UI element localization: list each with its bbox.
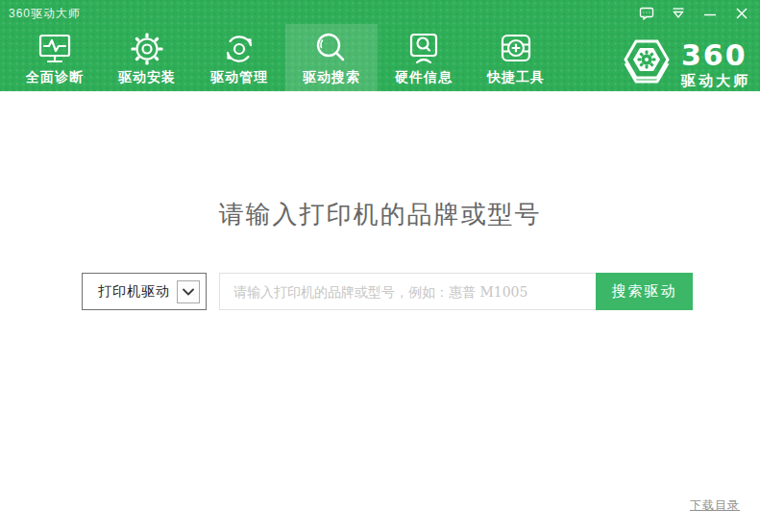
chevron-down-icon[interactable] bbox=[177, 280, 200, 303]
skin-menu-icon[interactable] bbox=[670, 6, 687, 21]
search-icon bbox=[312, 30, 351, 68]
tab-label: 驱动安装 bbox=[118, 69, 176, 86]
tab-driver-manage[interactable]: 驱动管理 bbox=[193, 24, 285, 91]
sync-refresh-icon bbox=[220, 30, 258, 68]
close-button[interactable] bbox=[733, 6, 750, 21]
tab-label: 驱动管理 bbox=[210, 69, 268, 86]
tab-quick-tools[interactable]: 快捷工具 bbox=[470, 24, 562, 91]
window-title: 360驱动大师 bbox=[9, 6, 81, 22]
main-nav: 全面诊断 bbox=[9, 24, 562, 91]
tab-label: 全面诊断 bbox=[26, 69, 84, 86]
search-driver-button[interactable]: 搜索驱动 bbox=[596, 273, 693, 310]
tab-label: 硬件信息 bbox=[395, 69, 453, 86]
header: 360驱动大师 bbox=[0, 0, 760, 91]
logo-product: 驱动大师 bbox=[681, 73, 750, 87]
toolbox-icon bbox=[497, 30, 535, 68]
logo-brand: 360 bbox=[681, 41, 750, 70]
app-logo: 360 驱动大师 bbox=[620, 35, 750, 94]
minimize-button[interactable] bbox=[701, 6, 719, 21]
category-select[interactable]: 打印机驱动 bbox=[82, 273, 207, 310]
tab-label: 驱动搜索 bbox=[303, 69, 360, 86]
diagnose-monitor-icon bbox=[36, 30, 74, 68]
gear-icon bbox=[128, 30, 166, 68]
tab-hardware-info[interactable]: 硬件信息 bbox=[378, 24, 470, 91]
logo-text: 360 驱动大师 bbox=[681, 41, 750, 87]
spacer bbox=[207, 273, 219, 310]
tab-label: 快捷工具 bbox=[487, 69, 545, 86]
hardware-info-icon bbox=[405, 30, 443, 68]
hexagon-gear-logo-icon bbox=[620, 35, 674, 94]
tab-full-diagnose[interactable]: 全面诊断 bbox=[9, 24, 101, 91]
app-window: 360驱动大师 bbox=[0, 0, 760, 532]
window-controls bbox=[638, 6, 750, 21]
driver-search-form: 打印机驱动 搜索驱动 bbox=[82, 273, 693, 310]
tab-driver-search[interactable]: 驱动搜索 bbox=[285, 24, 378, 91]
feedback-bubble-icon[interactable] bbox=[638, 6, 655, 21]
tab-driver-install[interactable]: 驱动安装 bbox=[101, 24, 193, 91]
category-select-value: 打印机驱动 bbox=[98, 283, 170, 301]
search-input[interactable] bbox=[219, 273, 596, 310]
download-directory-link[interactable]: 下载目录 bbox=[690, 497, 740, 514]
page-title: 请输入打印机的品牌或型号 bbox=[0, 198, 760, 231]
